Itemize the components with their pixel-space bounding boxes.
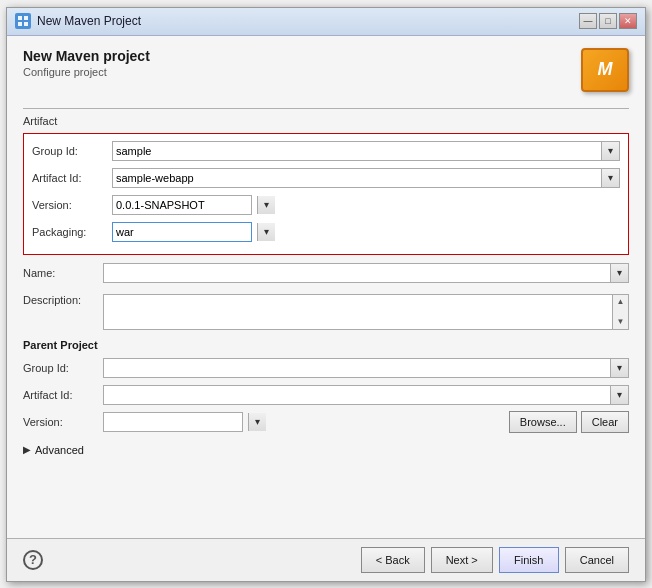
window-controls: — □ ✕ [579,13,637,29]
packaging-row: Packaging: [32,221,620,243]
parent-version-input[interactable] [104,413,248,431]
advanced-triangle-icon: ▶ [23,444,31,455]
browse-button[interactable]: Browse... [509,411,577,433]
artifact-id-label: Artifact Id: [32,172,112,184]
group-id-input[interactable] [113,142,601,160]
content-area: New Maven project Configure project M Ar… [7,36,645,538]
back-button[interactable]: < Back [361,547,425,573]
footer-buttons: < Back Next > Finish Cancel [361,547,629,573]
footer: ? < Back Next > Finish Cancel [7,538,645,581]
name-label: Name: [23,267,103,279]
advanced-row[interactable]: ▶ Advanced [23,444,629,456]
svg-rect-2 [18,22,22,26]
parent-group-id-dropdown[interactable] [610,359,628,377]
header-section: New Maven project Configure project M [23,48,629,92]
parent-version-controls: Browse... Clear [103,411,629,433]
svg-rect-3 [24,22,28,26]
finish-button[interactable]: Finish [499,547,559,573]
parent-artifact-id-wrapper [103,385,629,405]
parent-version-row: Version: Browse... Clear [23,411,629,433]
svg-rect-1 [24,16,28,20]
minimize-button[interactable]: — [579,13,597,29]
scroll-up-button[interactable]: ▲ [614,295,628,309]
parent-artifact-id-dropdown[interactable] [610,386,628,404]
dialog-subtitle: Configure project [23,66,581,78]
parent-section-label: Parent Project [23,339,629,351]
parent-artifact-id-row: Artifact Id: [23,384,629,406]
description-label: Description: [23,294,103,306]
name-dropdown-arrow[interactable] [610,264,628,282]
description-row: Description: ▲ ▼ [23,294,629,330]
artifact-id-row: Artifact Id: [32,167,620,189]
group-id-dropdown-arrow[interactable] [601,142,619,160]
help-button[interactable]: ? [23,550,43,570]
version-row: Version: [32,194,620,216]
svg-rect-0 [18,16,22,20]
window-icon [15,13,31,29]
version-wrapper [112,195,252,215]
close-button[interactable]: ✕ [619,13,637,29]
parent-group-id-row: Group Id: [23,357,629,379]
separator [23,108,629,109]
scroll-down-button[interactable]: ▼ [614,315,628,329]
name-input[interactable] [104,264,610,282]
packaging-wrapper [112,222,252,242]
dialog-title: New Maven project [23,48,581,64]
artifact-box: Group Id: Artifact Id: Version: [23,133,629,255]
title-bar: New Maven Project — □ ✕ [7,8,645,36]
parent-version-label: Version: [23,416,103,428]
parent-version-wrapper [103,412,243,432]
header-text: New Maven project Configure project [23,48,581,78]
packaging-label: Packaging: [32,226,112,238]
packaging-input[interactable] [113,223,257,241]
group-id-label: Group Id: [32,145,112,157]
name-row: Name: [23,263,629,289]
parent-group-id-input[interactable] [104,359,610,377]
maven-logo: M [581,48,629,92]
version-label: Version: [32,199,112,211]
window-title: New Maven Project [37,14,579,28]
next-button[interactable]: Next > [431,547,493,573]
parent-artifact-id-input[interactable] [104,386,610,404]
cancel-button[interactable]: Cancel [565,547,629,573]
parent-group-id-label: Group Id: [23,362,103,374]
artifact-id-dropdown-arrow[interactable] [601,169,619,187]
maximize-button[interactable]: □ [599,13,617,29]
group-id-field-wrapper [112,141,620,161]
parent-version-dropdown[interactable] [248,413,266,431]
clear-button[interactable]: Clear [581,411,629,433]
version-dropdown-arrow[interactable] [257,196,275,214]
artifact-id-input[interactable] [113,169,601,187]
group-id-row: Group Id: [32,140,620,162]
artifact-id-field-wrapper [112,168,620,188]
advanced-label: Advanced [35,444,84,456]
description-scrollbar: ▲ ▼ [613,294,629,330]
description-input[interactable] [103,294,613,330]
packaging-dropdown-arrow[interactable] [257,223,275,241]
parent-artifact-id-label: Artifact Id: [23,389,103,401]
main-window: New Maven Project — □ ✕ New Maven projec… [6,7,646,582]
parent-group-id-wrapper [103,358,629,378]
version-input[interactable] [113,196,257,214]
name-field-wrapper [103,263,629,283]
artifact-section-label: Artifact [23,115,629,127]
